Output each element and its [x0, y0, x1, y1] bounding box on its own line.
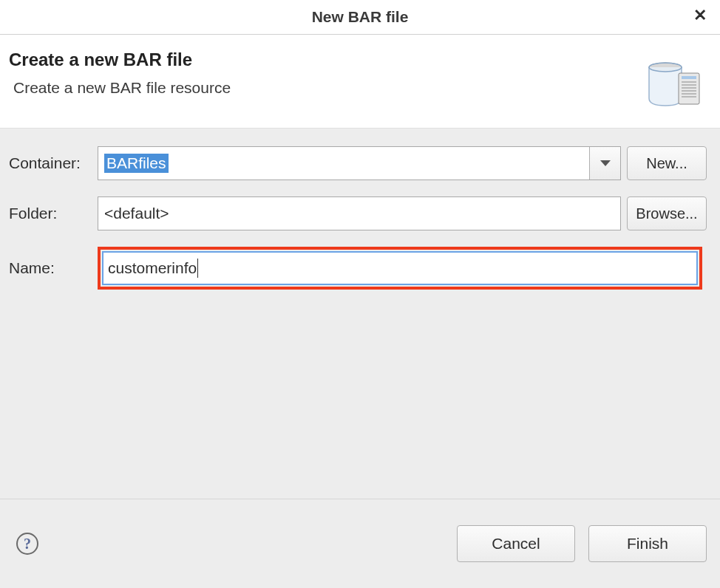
browse-folder-button[interactable]: Browse... — [627, 196, 707, 230]
window-title: New BAR file — [312, 8, 409, 26]
container-value-selected: BARfiles — [104, 154, 169, 173]
title-bar: New BAR file ✕ — [0, 0, 720, 35]
name-value: customerinfo — [108, 259, 197, 277]
container-input[interactable]: BARfiles — [98, 147, 589, 180]
folder-label: Folder: — [9, 205, 98, 222]
name-field-highlight: customerinfo — [98, 247, 702, 290]
jar-file-icon — [643, 52, 702, 112]
container-dropdown-button[interactable] — [589, 147, 620, 180]
chevron-down-icon — [600, 160, 611, 166]
name-input[interactable]: customerinfo — [102, 251, 698, 285]
banner-heading: Create a new BAR file — [9, 49, 231, 70]
banner-text: Create a new BAR file Create a new BAR f… — [9, 49, 231, 97]
finish-button[interactable]: Finish — [588, 525, 707, 562]
folder-input[interactable] — [98, 196, 621, 230]
container-label: Container: — [9, 154, 98, 172]
dialog-buttons: Cancel Finish — [457, 525, 707, 562]
container-row: Container: BARfiles New... — [9, 146, 707, 180]
help-icon[interactable]: ? — [16, 533, 38, 555]
cancel-button[interactable]: Cancel — [457, 525, 575, 562]
name-row: Name: customerinfo — [9, 247, 707, 290]
new-container-button[interactable]: New... — [627, 146, 707, 180]
close-icon[interactable]: ✕ — [693, 7, 707, 24]
button-bar: ? Cancel Finish — [0, 499, 720, 588]
folder-row: Folder: Browse... — [9, 196, 707, 230]
container-combo[interactable]: BARfiles — [98, 146, 621, 180]
name-label: Name: — [9, 259, 98, 277]
text-caret — [197, 259, 198, 278]
wizard-banner: Create a new BAR file Create a new BAR f… — [0, 35, 720, 129]
form-area: Container: BARfiles New... Folder: Brows… — [0, 129, 720, 499]
svg-rect-3 — [682, 76, 696, 79]
banner-subtitle: Create a new BAR file resource — [9, 79, 231, 97]
